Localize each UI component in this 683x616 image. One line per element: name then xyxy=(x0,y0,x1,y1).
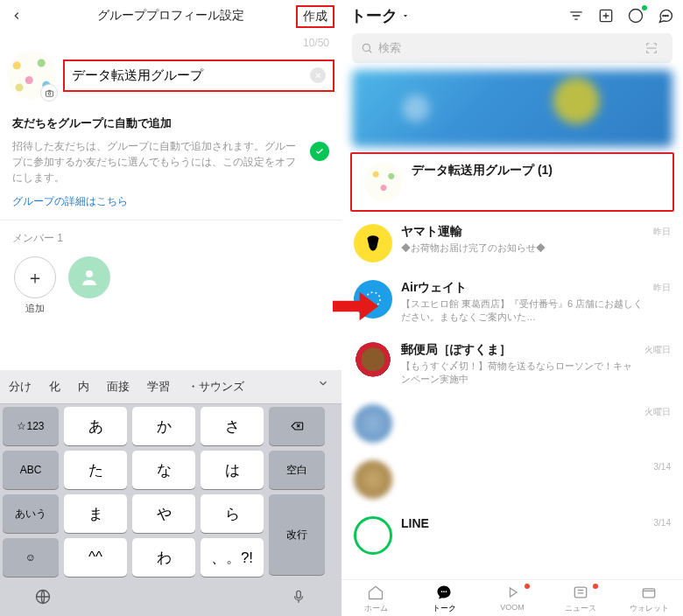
key-kana[interactable]: あいう xyxy=(3,494,59,533)
key-emoji[interactable]: ☺ xyxy=(3,538,59,577)
chat-name xyxy=(401,460,645,476)
avatar xyxy=(354,460,392,499)
chat-item[interactable]: 3/14 xyxy=(342,452,683,508)
header: グループプロフィール設定 作成 xyxy=(0,0,342,32)
tab-talk[interactable]: トーク xyxy=(410,584,478,614)
tab-wallet[interactable]: ウォレット xyxy=(615,584,683,614)
chat-item[interactable]: 郵便局［ぽすくま］ 【もうすぐ〆切！】荷物を送るならローソンで！キャンペーン実施… xyxy=(342,333,683,396)
chat-name xyxy=(401,404,636,420)
create-chat-icon[interactable] xyxy=(597,7,615,24)
key[interactable]: さ xyxy=(201,407,264,445)
chat-name: ヤマト運輸 xyxy=(401,224,644,240)
back-icon[interactable] xyxy=(11,10,23,22)
key[interactable]: な xyxy=(132,451,195,489)
auto-add-heading: 友だちをグループに自動で追加 xyxy=(0,100,342,135)
svg-point-1 xyxy=(48,92,51,94)
create-button[interactable]: 作成 xyxy=(296,5,334,28)
avatar xyxy=(354,516,392,555)
avatar xyxy=(354,342,392,381)
keyboard-bottom xyxy=(0,579,342,616)
group-profile-screen: グループプロフィール設定 作成 10/50 ✕ 友だちをグループに自動で追加 招… xyxy=(0,0,342,616)
chat-preview: 【もうすぐ〆切！】荷物を送るならローソンで！キャンペーン実施中 xyxy=(401,360,636,387)
clear-icon[interactable]: ✕ xyxy=(310,67,326,83)
members-label: メンバー 1 xyxy=(0,222,342,253)
promo-banner[interactable] xyxy=(352,70,672,147)
chevron-down-icon[interactable] xyxy=(305,370,342,403)
pred-word[interactable]: ・サウンズ xyxy=(179,370,253,403)
chat-name: 郵便局［ぽすくま］ xyxy=(401,342,636,358)
tab-bar: ホーム トーク VOOM ニュース ウォレット xyxy=(342,579,683,616)
key-enter[interactable]: 改行 xyxy=(269,494,325,575)
avatar xyxy=(354,224,392,262)
member-item[interactable] xyxy=(68,256,110,315)
search-input[interactable]: 検索 xyxy=(352,33,672,63)
chat-item[interactable]: ヤマト運輸 ◆お荷物お届け完了のお知らせ◆ 昨日 xyxy=(342,215,683,271)
pred-word[interactable]: 化 xyxy=(40,370,69,403)
search-icon xyxy=(361,42,373,54)
pred-word[interactable]: 学習 xyxy=(138,370,179,403)
svg-point-8 xyxy=(665,15,665,16)
page-title[interactable]: トーク xyxy=(350,5,410,26)
scan-icon[interactable] xyxy=(644,41,664,55)
globe-icon[interactable] xyxy=(0,583,86,611)
key[interactable]: 、。?! xyxy=(201,538,264,577)
svg-rect-16 xyxy=(643,589,654,598)
camera-icon[interactable] xyxy=(40,84,58,102)
chat-item[interactable]: 火曜日 xyxy=(342,396,683,452)
chat-item-highlighted[interactable]: データ転送用グループ (1) xyxy=(350,152,674,212)
svg-point-10 xyxy=(363,44,370,51)
notification-icon[interactable] xyxy=(627,7,644,24)
chat-preview: 【スエヒロ館 東葛西店】『受付番号』6 店舗にお越しください。まもなくご案内いた… xyxy=(401,298,644,325)
svg-point-6 xyxy=(630,10,643,23)
key[interactable]: た xyxy=(64,451,127,489)
key[interactable]: わ xyxy=(132,538,195,577)
key[interactable]: ま xyxy=(64,494,127,533)
key-num[interactable]: ☆123 xyxy=(3,407,59,445)
tab-home[interactable]: ホーム xyxy=(342,584,410,614)
auto-add-row: 招待した友だちは、グループに自動で追加されます。グループに参加するか友だちに選ん… xyxy=(0,135,342,192)
chat-name: LINE xyxy=(401,516,645,530)
key[interactable]: は xyxy=(201,451,264,489)
svg-point-7 xyxy=(663,15,664,16)
group-name-input[interactable] xyxy=(72,68,326,83)
svg-rect-0 xyxy=(46,91,53,96)
pred-word[interactable]: 面接 xyxy=(98,370,138,403)
svg-point-13 xyxy=(443,591,445,592)
group-avatar[interactable] xyxy=(7,51,56,100)
key-backspace[interactable] xyxy=(269,407,325,445)
key[interactable]: ら xyxy=(201,494,264,533)
key[interactable]: あ xyxy=(64,407,127,445)
key-space[interactable]: 空白 xyxy=(269,451,325,489)
chat-name: Airウェイト xyxy=(401,280,644,296)
group-name-field[interactable]: ✕ xyxy=(63,60,334,92)
auto-add-desc: 招待した友だちは、グループに自動で追加されます。グループに参加するか友だちに選ん… xyxy=(12,138,303,186)
chat-time: 3/14 xyxy=(654,518,671,528)
chat-item[interactable]: Airウェイト 【スエヒロ館 東葛西店】『受付番号』6 店舗にお越しください。ま… xyxy=(342,271,683,333)
avatar xyxy=(364,163,403,201)
key[interactable]: か xyxy=(132,407,195,445)
pred-word[interactable]: 分け xyxy=(0,370,40,403)
auto-add-toggle[interactable] xyxy=(310,142,329,161)
svg-rect-15 xyxy=(574,587,586,598)
add-member-button[interactable]: ＋ 追加 xyxy=(14,256,56,315)
prediction-bar[interactable]: 分け 化 内 面接 学習 ・サウンズ xyxy=(0,370,342,404)
chat-name: データ転送用グループ (1) xyxy=(412,163,660,178)
svg-point-9 xyxy=(667,15,668,16)
chat-bubble-icon[interactable] xyxy=(657,7,674,24)
members-list: ＋ 追加 xyxy=(0,253,342,318)
group-detail-link[interactable]: グループの詳細はこちら xyxy=(0,192,342,218)
chat-time: 昨日 xyxy=(653,282,671,294)
chat-time: 火曜日 xyxy=(644,344,671,356)
tab-news[interactable]: ニュース xyxy=(546,584,615,614)
sort-icon[interactable] xyxy=(567,7,585,24)
tab-voom[interactable]: VOOM xyxy=(478,584,546,614)
pred-word[interactable]: 内 xyxy=(69,370,98,403)
header: トーク xyxy=(342,0,683,30)
key[interactable]: ^^ xyxy=(64,538,127,577)
svg-point-2 xyxy=(86,270,93,277)
key[interactable]: や xyxy=(132,494,195,533)
divider xyxy=(0,220,342,220)
mic-icon[interactable] xyxy=(257,583,342,611)
chat-item[interactable]: LINE 3/14 xyxy=(342,508,683,556)
key-abc[interactable]: ABC xyxy=(3,451,59,489)
